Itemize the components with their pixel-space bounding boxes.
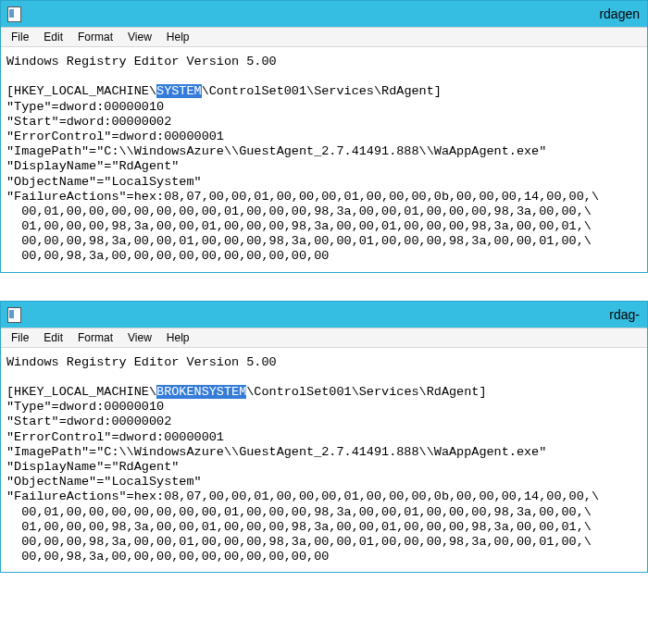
reg-line: 00,00,00,98,3a,00,00,01,00,00,00,98,3a,0… [6, 234, 592, 248]
reg-line: "FailureActions"=hex:08,07,00,00,01,00,0… [6, 489, 599, 503]
reg-header: Windows Registry Editor Version 5.00 [6, 355, 277, 369]
reg-line: "Start"=dword:00000002 [6, 115, 171, 129]
reg-key-suffix: \ControlSet001\Services\RdAgent] [246, 385, 486, 399]
text-area[interactable]: Windows Registry Editor Version 5.00 [HK… [1, 47, 647, 272]
titlebar[interactable]: rdag- [1, 302, 647, 328]
titlebar[interactable]: rdagen [1, 1, 647, 27]
menu-edit[interactable]: Edit [36, 329, 70, 346]
menu-edit[interactable]: Edit [36, 29, 70, 45]
selected-text: BROKENSYSTEM [156, 385, 246, 399]
menubar: File Edit Format View Help [1, 328, 647, 348]
text-area[interactable]: Windows Registry Editor Version 5.00 [HK… [1, 348, 647, 573]
menu-view[interactable]: View [120, 29, 159, 45]
reg-line: "Type"=dword:00000010 [6, 400, 164, 414]
reg-line: "Start"=dword:00000002 [6, 415, 171, 428]
reg-line: 00,00,00,98,3a,00,00,01,00,00,00,98,3a,0… [6, 535, 592, 549]
reg-key-prefix: [HKEY_LOCAL_MACHINE\ [6, 84, 156, 98]
notepad-window-1: rdagen File Edit Format View Help Window… [0, 0, 648, 273]
menu-format[interactable]: Format [70, 329, 120, 346]
reg-line: "ImagePath"="C:\\WindowsAzure\\GuestAgen… [6, 144, 546, 158]
reg-header: Windows Registry Editor Version 5.00 [6, 55, 277, 68]
reg-key-prefix: [HKEY_LOCAL_MACHINE\ [6, 385, 156, 399]
reg-line: 00,00,98,3a,00,00,00,00,00,00,00,00,00,0… [6, 550, 329, 564]
window-title: rdagen [21, 6, 642, 21]
reg-line: "DisplayName"="RdAgent" [6, 460, 179, 474]
reg-line: "Type"=dword:00000010 [6, 100, 164, 114]
menu-help[interactable]: Help [159, 329, 197, 346]
menu-file[interactable]: File [4, 329, 36, 346]
menu-file[interactable]: File [4, 29, 36, 45]
notepad-icon [6, 6, 21, 21]
menubar: File Edit Format View Help [1, 27, 647, 47]
notepad-icon [6, 307, 21, 322]
reg-line: 00,01,00,00,00,00,00,00,00,01,00,00,00,9… [6, 204, 592, 218]
reg-line: "ObjectName"="LocalSystem" [6, 475, 202, 489]
menu-view[interactable]: View [120, 329, 159, 346]
reg-line: "ErrorControl"=dword:00000001 [6, 130, 224, 143]
reg-line: 01,00,00,00,98,3a,00,00,01,00,00,00,98,3… [6, 219, 592, 233]
menu-format[interactable]: Format [70, 29, 120, 45]
reg-line: 01,00,00,00,98,3a,00,00,01,00,00,00,98,3… [6, 520, 592, 534]
window-title: rdag- [21, 307, 642, 322]
notepad-window-2: rdag- File Edit Format View Help Windows… [0, 301, 648, 574]
reg-line: "ObjectName"="LocalSystem" [6, 175, 202, 189]
reg-line: "FailureActions"=hex:08,07,00,00,01,00,0… [6, 190, 599, 204]
reg-line: "DisplayName"="RdAgent" [6, 159, 179, 173]
reg-line: "ErrorControl"=dword:00000001 [6, 430, 224, 444]
reg-line: "ImagePath"="C:\\WindowsAzure\\GuestAgen… [6, 445, 546, 459]
reg-key-suffix: \ControlSet001\Services\RdAgent] [202, 84, 442, 98]
menu-help[interactable]: Help [159, 29, 197, 45]
reg-line: 00,01,00,00,00,00,00,00,00,01,00,00,00,9… [6, 505, 592, 519]
selected-text: SYSTEM [156, 84, 202, 98]
reg-line: 00,00,98,3a,00,00,00,00,00,00,00,00,00,0… [6, 249, 329, 263]
